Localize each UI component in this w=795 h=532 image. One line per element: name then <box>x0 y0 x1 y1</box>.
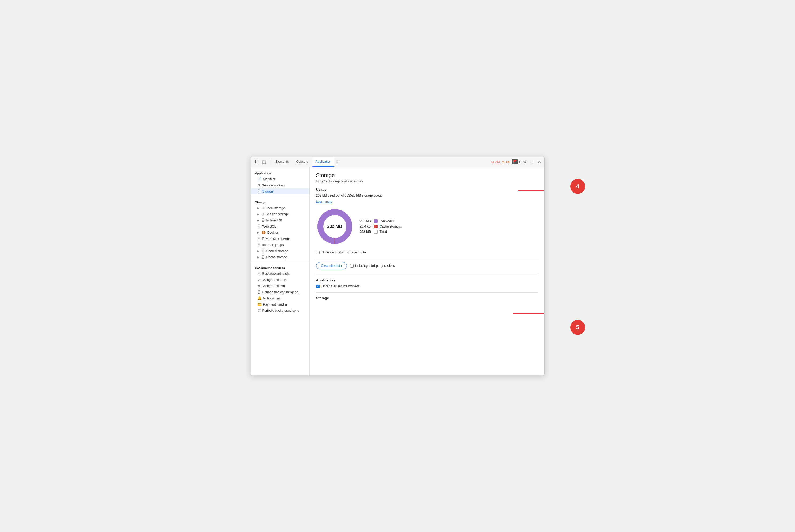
including-row: including third-party cookies <box>350 264 395 268</box>
local-storage-icon: ⊞ <box>261 206 264 210</box>
legend-color-indexeddb <box>374 219 377 223</box>
panel-title: Storage <box>316 172 538 178</box>
arrow-icon: ▶ <box>257 213 259 215</box>
bounce-tracking-icon: 🗄 <box>257 290 261 294</box>
learn-more-link[interactable]: Learn more <box>316 200 332 204</box>
legend-name-cache: Cache storag… <box>380 225 402 228</box>
flag-icon: 🚩 <box>512 159 518 164</box>
inspect-icon[interactable]: ⬚ <box>261 158 268 165</box>
tab-console[interactable]: Console <box>293 157 311 167</box>
annotation-4: 4 <box>570 179 585 194</box>
arrow-icon: ▶ <box>257 219 259 222</box>
tab-elements[interactable]: Elements <box>272 157 292 167</box>
sidebar: Application 📄 Manifest ⚙ Service workers… <box>251 167 310 375</box>
simulate-checkbox[interactable] <box>316 251 320 254</box>
notifications-icon: 🔔 <box>257 296 262 300</box>
session-storage-icon: ⊞ <box>261 212 264 216</box>
clear-site-data-button[interactable]: Clear site data <box>316 262 347 269</box>
divider-1 <box>316 259 538 259</box>
private-state-icon: 🗄 <box>257 236 261 241</box>
background-fetch-icon: ↙ <box>257 278 260 282</box>
arrow-icon: ▶ <box>257 256 259 259</box>
unregister-label: Unregister service workers <box>322 284 360 288</box>
storage-icon: 🗄 <box>257 189 261 193</box>
sidebar-item-periodic-background-sync[interactable]: ⏱ Periodic background sync <box>251 307 310 314</box>
unregister-row: ✓ Unregister service workers <box>316 284 538 288</box>
warning-icon: ⚠ <box>501 160 505 164</box>
background-sync-icon: ↻ <box>257 284 260 288</box>
interest-groups-icon: 🗄 <box>257 243 261 247</box>
legend-value-indexeddb: 231 MB <box>360 219 372 223</box>
sidebar-item-local-storage[interactable]: ▶ ⊞ Local storage <box>251 205 310 211</box>
legend-name-total: Total <box>380 230 387 234</box>
including-label: including third-party cookies <box>355 264 395 268</box>
indexeddb-icon: 🗄 <box>261 218 265 222</box>
clear-section: Clear site data including third-party co… <box>316 262 538 269</box>
sidebar-item-manifest[interactable]: 📄 Manifest <box>251 176 310 182</box>
back-forward-cache-icon: 🗄 <box>257 272 261 276</box>
payment-handler-icon: 💳 <box>257 302 262 306</box>
sidebar-item-cookies[interactable]: ▶ 🍪 Cookies <box>251 229 310 235</box>
sidebar-section-storage: Storage <box>251 198 310 205</box>
service-workers-icon: ⚙ <box>257 183 261 187</box>
close-icon[interactable]: ✕ <box>537 159 542 165</box>
legend-row-total: 232 MB Total <box>360 230 402 234</box>
panel-url: https://adbsafegate.atlassian.net/ <box>316 179 538 183</box>
legend-name-indexeddb: IndexedDB <box>380 219 395 223</box>
sidebar-item-background-sync[interactable]: ↻ Background sync <box>251 283 310 289</box>
error-badge: ⊗ 213 <box>491 160 500 164</box>
legend-row-indexeddb: 231 MB IndexedDB <box>360 219 402 223</box>
panel: Storage https://adbsafegate.atlassian.ne… <box>310 167 544 375</box>
sidebar-item-private-state-tokens[interactable]: 🗄 Private state tokens <box>251 235 310 242</box>
shared-storage-icon: 🗄 <box>261 249 265 253</box>
sidebar-item-cache-storage[interactable]: ▶ 🗄 Cache storage <box>251 254 310 260</box>
arrow-icon: ▶ <box>257 207 259 209</box>
sidebar-item-back-forward-cache[interactable]: 🗄 Back/forward cache <box>251 270 310 277</box>
tab-bar-right: ⊗ 213 ⚠ 406 🚩 1 ⚙ ⋮ ✕ <box>491 159 542 165</box>
sidebar-item-session-storage[interactable]: ▶ ⊞ Session storage <box>251 211 310 217</box>
sidebar-item-background-fetch[interactable]: ↙ Background fetch <box>251 277 310 283</box>
donut-label: 232 MB <box>327 224 342 229</box>
legend-value-cache: 26.4 kB <box>360 225 372 228</box>
tab-application[interactable]: Application <box>312 157 335 167</box>
annotation-line-4 <box>518 190 544 191</box>
info-badge: 🚩 1 <box>512 159 520 164</box>
arrow-icon: ▶ <box>257 250 259 252</box>
sidebar-item-interest-groups[interactable]: 🗄 Interest groups <box>251 242 310 248</box>
cursor-icon[interactable]: ⠿ <box>253 158 259 165</box>
simulate-row: Simulate custom storage quota <box>316 250 538 254</box>
including-cookies-checkbox[interactable] <box>350 264 354 268</box>
sidebar-section-application: Application <box>251 169 310 176</box>
annotation-line-5 <box>513 313 544 314</box>
more-options-icon[interactable]: ⋮ <box>529 159 535 165</box>
storage-section-label: Storage <box>316 296 538 300</box>
sidebar-section-background: Background services <box>251 264 310 270</box>
sidebar-item-service-workers[interactable]: ⚙ Service workers <box>251 182 310 188</box>
sidebar-divider-2 <box>251 262 310 262</box>
divider-3 <box>316 292 538 293</box>
storage-visualization: 232 MB 231 MB IndexedDB 26.4 kB Cache st… <box>316 208 538 245</box>
cache-storage-icon: 🗄 <box>261 255 265 259</box>
settings-icon[interactable]: ⚙ <box>522 159 528 165</box>
legend-color-total <box>374 230 377 234</box>
more-tabs-icon[interactable]: » <box>335 160 339 164</box>
sidebar-item-indexeddb[interactable]: ▶ 🗄 IndexedDB <box>251 217 310 223</box>
unregister-checkbox[interactable]: ✓ <box>316 285 320 288</box>
storage-section-bottom: Storage <box>316 292 538 300</box>
sidebar-item-payment-handler[interactable]: 💳 Payment handler <box>251 301 310 307</box>
sidebar-item-web-sql[interactable]: 🗄 Web SQL <box>251 223 310 229</box>
usage-label: Usage <box>316 188 538 191</box>
arrow-icon: ▶ <box>257 231 259 234</box>
sidebar-item-shared-storage[interactable]: ▶ 🗄 Shared storage <box>251 248 310 254</box>
cookies-icon: 🍪 <box>261 230 266 234</box>
legend-row-cache: 26.4 kB Cache storag… <box>360 225 402 228</box>
app-section-label: Application <box>316 278 538 282</box>
storage-legend: 231 MB IndexedDB 26.4 kB Cache storag… 2… <box>360 219 402 234</box>
divider-2 <box>316 275 538 275</box>
sidebar-item-notifications[interactable]: 🔔 Notifications <box>251 295 310 301</box>
main-content: Application 📄 Manifest ⚙ Service workers… <box>251 167 544 375</box>
sidebar-item-storage[interactable]: 🗄 Storage <box>251 188 310 194</box>
sidebar-item-bounce-tracking[interactable]: 🗄 Bounce tracking mitigatio… <box>251 289 310 295</box>
legend-color-cache <box>374 225 377 228</box>
error-icon: ⊗ <box>491 160 494 164</box>
